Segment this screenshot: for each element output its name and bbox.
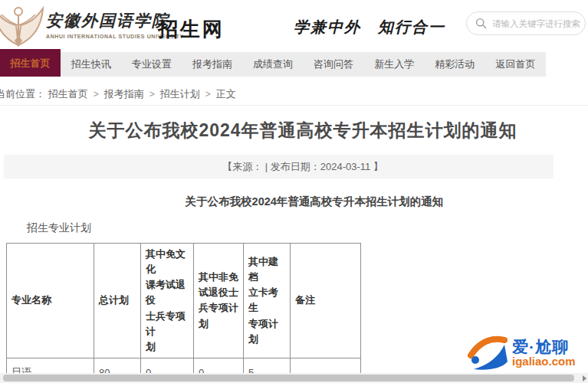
nav-item-招生快讯[interactable]: 招生快讯: [61, 52, 121, 77]
nav-item-报考指南[interactable]: 报考指南: [182, 52, 242, 77]
page-title: 关于公布我校2024年普通高校专升本招生计划的通知: [0, 119, 588, 142]
university-motto: 学兼中外 知行合一: [294, 17, 445, 38]
breadcrumb-item-正文[interactable]: 正文: [216, 88, 236, 100]
enrollment-plan-table: 专业名称总计划其中免文化 课考试退役 士兵专项计 划其中非免 试退役士 兵专项计…: [6, 243, 361, 383]
search-box[interactable]: [466, 11, 586, 35]
table-header-cell: 其中建档 立卡考生 专项计划: [244, 244, 291, 358]
breadcrumb-divider: [0, 105, 588, 106]
breadcrumb: 当前位置： 招生首页>报考指南>招生计划>正文: [0, 87, 236, 101]
nav-item-专业设置[interactable]: 专业设置: [121, 52, 182, 77]
nav-item-返回首页[interactable]: 返回首页: [485, 52, 546, 77]
watermark: 爱·尬聊 igaliao.com: [468, 329, 588, 377]
site-header: 安徽外国语学院 ANHUI INTERNATIONAL STUDIES UNIV…: [0, 0, 588, 51]
table-header-cell: 专业名称: [7, 244, 94, 358]
breadcrumb-separator: >: [205, 89, 211, 100]
table-header-cell: 备注: [291, 244, 361, 358]
table-header-cell: 其中免文化 课考试退役 士兵专项计 划: [141, 244, 194, 358]
watermark-domain: igaliao.com: [512, 355, 576, 368]
breadcrumb-label: 当前位置：: [0, 88, 48, 100]
breadcrumb-item-招生计划[interactable]: 招生计划: [160, 88, 200, 100]
main-nav: 招生首页招生快讯专业设置报考指南成绩查询咨询问答新生入学精彩活动返回首页: [0, 52, 546, 77]
article-meta: 【来源： | 发布日期：2024-03-11 】: [0, 155, 588, 178]
nav-item-咨询问答[interactable]: 咨询问答: [304, 52, 364, 77]
site-title: 招生网: [158, 16, 225, 43]
table-header-cell: 总计划: [94, 244, 141, 358]
breadcrumb-item-招生首页[interactable]: 招生首页: [48, 88, 88, 100]
nav-item-精彩活动[interactable]: 精彩活动: [425, 52, 485, 77]
watermark-logo-icon: [468, 331, 509, 375]
table-header-row: 专业名称总计划其中免文化 课考试退役 士兵专项计 划其中非免 试退役士 兵专项计…: [7, 244, 361, 358]
breadcrumb-separator: >: [149, 89, 155, 100]
watermark-name: 爱·尬聊: [512, 338, 576, 355]
section-label: 招生专业计划: [27, 221, 91, 235]
university-logo-icon[interactable]: [0, 2, 46, 48]
watermark-text: 爱·尬聊 igaliao.com: [512, 338, 576, 368]
breadcrumb-separator: >: [94, 89, 99, 100]
breadcrumb-item-报考指南[interactable]: 报考指南: [104, 88, 144, 100]
nav-item-招生首页[interactable]: 招生首页: [0, 49, 61, 77]
search-input[interactable]: [492, 19, 583, 28]
table-header-cell: 其中非免 试退役士 兵专项计 划: [194, 244, 244, 358]
nav-item-成绩查询[interactable]: 成绩查询: [242, 52, 303, 77]
search-icon: [475, 18, 487, 29]
nav-item-新生入学[interactable]: 新生入学: [364, 52, 425, 77]
article-body-heading: 关于公布我校2024年普通高校专升本招生计划的通知: [4, 195, 588, 209]
